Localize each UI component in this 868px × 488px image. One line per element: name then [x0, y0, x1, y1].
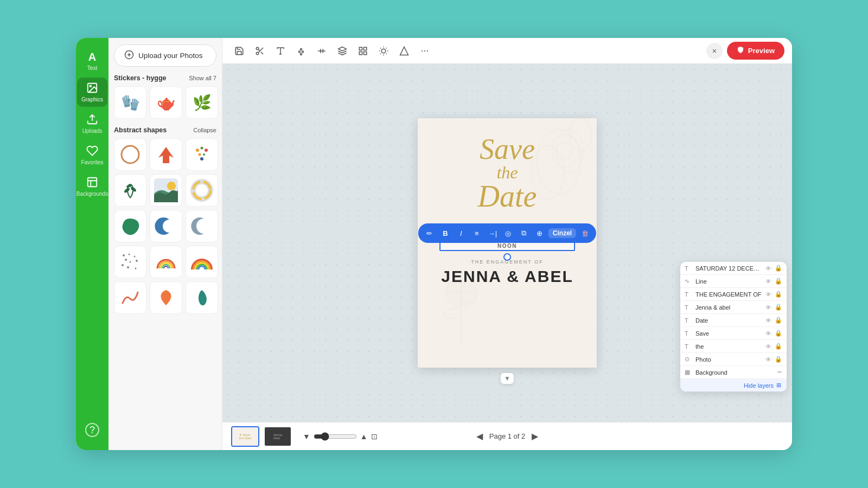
graphics-icon [86, 82, 98, 95]
toolbar-cut-btn[interactable] [251, 42, 269, 60]
toolbar-brightness-btn[interactable] [374, 42, 393, 60]
shape-circle-outline[interactable] [114, 138, 146, 171]
toolbar-layers-btn[interactable] [333, 42, 352, 60]
layer-eye-line[interactable]: 👁 [765, 278, 771, 285]
show-all-link[interactable]: Show all 7 [189, 75, 216, 81]
align-btn[interactable]: ≡ [470, 226, 484, 240]
backgrounds-icon [86, 176, 98, 189]
svg-point-21 [125, 259, 127, 261]
svg-point-29 [256, 52, 259, 55]
toolbar-grid-btn[interactable] [354, 42, 372, 60]
shape-orange-teardrop[interactable] [150, 281, 182, 314]
fullscreen-btn[interactable]: ⊡ [371, 432, 378, 441]
opacity-btn[interactable]: ◎ [501, 226, 515, 240]
top-toolbar: ··· × Preview [222, 38, 792, 64]
layer-name-save-word: Save [695, 330, 762, 337]
shape-branch[interactable] [114, 174, 146, 207]
spacing-btn[interactable]: →| [486, 226, 500, 240]
toolbar-more-btn[interactable]: ··· [416, 42, 434, 60]
italic-btn[interactable]: I [454, 226, 468, 240]
layer-eye-save-word[interactable]: 👁 [765, 330, 771, 337]
zoom-slider[interactable] [314, 432, 357, 441]
bold-btn[interactable]: B [438, 226, 452, 240]
toolbar-color-btn[interactable] [292, 42, 310, 60]
scroll-down-indicator[interactable]: ▼ [501, 373, 514, 384]
shape-teal-leaf[interactable] [186, 281, 218, 314]
layer-eye-photo[interactable]: 👁 [765, 356, 771, 363]
layer-eye-date[interactable]: 👁 [765, 265, 771, 272]
canvas-card: Save the Date ✏ B I ≡ →| ◎ ⧉ ⊕ Cinzel 🗑 [418, 118, 597, 368]
shape-rainbow-outline[interactable] [150, 246, 182, 278]
sidebar-item-text[interactable]: A Text [77, 47, 107, 75]
shape-moon[interactable] [186, 210, 218, 242]
shape-arrow[interactable] [150, 138, 182, 171]
layers-footer[interactable]: Hide layers ⊞ [680, 379, 787, 391]
layer-name-jenna: Jenna & abel [695, 304, 762, 311]
duplicate-btn[interactable]: ⧉ [517, 226, 531, 240]
layer-eye-the[interactable]: 👁 [765, 343, 771, 350]
effects-btn[interactable]: ⊕ [533, 226, 547, 240]
shape-squiggle[interactable] [114, 281, 146, 314]
left-panel: Upload your Photos Stickers - hygge Show… [108, 38, 222, 450]
zoom-out-btn[interactable]: ▼ [303, 432, 310, 441]
sidebar-item-graphics[interactable]: Graphics [77, 78, 107, 107]
collapse-link[interactable]: Collapse [193, 127, 216, 133]
svg-point-6 [196, 149, 199, 152]
layer-icon-line: ∿ [685, 278, 692, 285]
page-thumb-1[interactable]: ✦ Savethe Date [231, 426, 259, 447]
shape-dots-scatter[interactable] [114, 246, 146, 278]
layer-icon-T: T [685, 265, 692, 272]
layer-eye-jenna[interactable]: 👁 [765, 304, 771, 311]
upload-photos-button[interactable]: Upload your Photos [114, 44, 216, 67]
toolbar-align-btn[interactable] [312, 42, 331, 60]
layer-lock-save-word[interactable]: 🔒 [775, 330, 782, 337]
layer-row-date-word: T Date 👁 🔒 [680, 314, 787, 327]
sidebar-item-favorites[interactable]: Favorites [77, 140, 107, 170]
layer-lock-date[interactable]: 🔒 [775, 265, 782, 272]
thumb-inner-1: ✦ Savethe Date [232, 427, 258, 446]
svg-point-1 [90, 85, 91, 87]
layer-row-background: ▦ Background ✏ [680, 366, 787, 379]
shape-crescent[interactable] [150, 210, 182, 242]
toolbar-text-btn[interactable] [271, 42, 290, 60]
shape-spiral-ring[interactable] [186, 174, 218, 207]
layer-lock-date-word[interactable]: 🔒 [775, 317, 782, 324]
shape-landscape[interactable] [150, 174, 182, 207]
bottom-bar: ✦ Savethe Date JennaAbel ▼ ▲ ⊡ ◀ Page 1 … [222, 422, 792, 450]
zoom-up-btn[interactable]: ▲ [360, 432, 368, 441]
delete-btn[interactable]: 🗑 [578, 226, 592, 240]
layer-lock-photo[interactable]: 🔒 [775, 356, 782, 363]
shape-blob-green[interactable] [114, 210, 146, 242]
toolbar-save-btn[interactable] [230, 42, 248, 60]
preview-button[interactable]: Preview [727, 42, 784, 60]
svg-point-11 [200, 157, 203, 160]
page-thumb-2[interactable]: JennaAbel [264, 426, 292, 447]
layer-lock-line[interactable]: 🔒 [775, 278, 782, 285]
sidebar-item-help[interactable]: ? [77, 419, 107, 441]
layer-edit-background[interactable]: ✏ [777, 369, 782, 376]
prev-page-btn[interactable]: ◀ [476, 431, 483, 441]
close-button[interactable]: × [706, 43, 723, 59]
text-icon: A [88, 51, 96, 63]
svg-rect-46 [364, 52, 367, 54]
sidebar-item-backgrounds[interactable]: Backgrounds [77, 172, 107, 201]
layer-lock-jenna[interactable]: 🔒 [775, 304, 782, 311]
sidebar-item-uploads[interactable]: Uploads [77, 109, 107, 138]
layer-eye-engagement[interactable]: 👁 [765, 291, 771, 298]
sticker-gloves[interactable]: 🧤 [114, 86, 146, 119]
sticker-teapot[interactable]: 🫖 [150, 86, 182, 119]
card-save-text: Save the Date [418, 134, 597, 211]
layer-eye-date-word[interactable]: 👁 [765, 317, 771, 324]
next-page-btn[interactable]: ▶ [532, 431, 538, 441]
svg-point-5 [122, 146, 139, 163]
edit-btn[interactable]: ✏ [423, 226, 437, 240]
layer-icon-jenna: T [685, 304, 692, 311]
layer-name-photo: Photo [695, 356, 762, 363]
shape-rainbow-color[interactable] [186, 246, 218, 278]
layer-lock-engagement[interactable]: 🔒 [775, 291, 782, 298]
sticker-plant[interactable]: 🌿 [186, 86, 218, 119]
engagement-text: THE ENGAGEMENT OF [471, 259, 543, 265]
shape-dots[interactable] [186, 138, 218, 171]
layer-lock-the[interactable]: 🔒 [775, 343, 782, 350]
toolbar-triangle-btn[interactable] [395, 42, 413, 60]
